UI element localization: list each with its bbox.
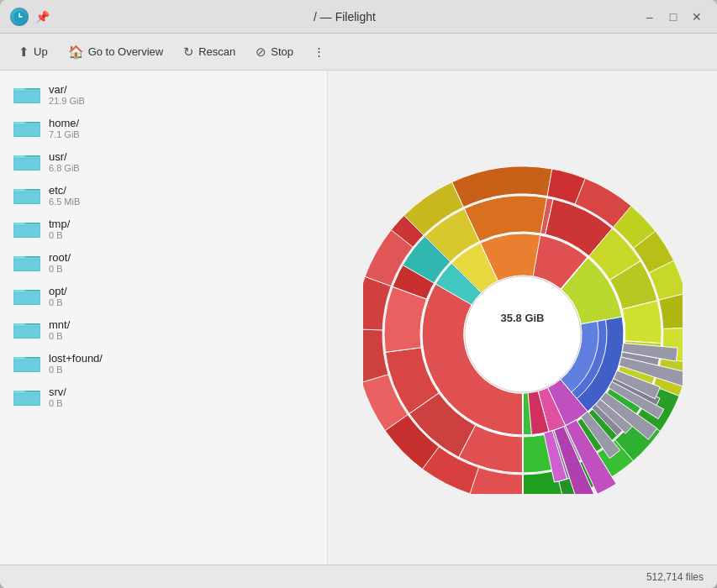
- folder-item[interactable]: srv/ 0 B: [0, 380, 327, 413]
- folder-item[interactable]: usr/ 6.8 GiB: [0, 144, 327, 178]
- folder-icon: [13, 351, 40, 375]
- folder-size: 6.8 GiB: [49, 163, 80, 173]
- stop-label: Stop: [271, 45, 293, 58]
- rescan-button[interactable]: ↻ Rescan: [175, 40, 244, 64]
- main-area: var/ 21.9 GiB home/ 7.1 GiB: [0, 71, 717, 564]
- pin-icon[interactable]: 📌: [35, 10, 50, 24]
- folder-name: srv/: [49, 386, 66, 398]
- sidebar: var/ 21.9 GiB home/ 7.1 GiB: [0, 71, 328, 564]
- folder-icon: [13, 217, 40, 240]
- more-button[interactable]: ⋮: [305, 41, 333, 62]
- folder-icon: [13, 82, 40, 106]
- svg-rect-24: [14, 260, 40, 270]
- folder-size: 0 B: [49, 331, 70, 341]
- folder-size: 0 B: [49, 230, 70, 240]
- rescan-icon: ↻: [183, 45, 194, 60]
- app-icon: [10, 8, 29, 26]
- folder-name: mnt/: [49, 318, 70, 331]
- svg-rect-4: [14, 92, 40, 102]
- folder-icon: [13, 318, 40, 341]
- folder-name: lost+found/: [49, 352, 103, 365]
- folder-icon: [13, 116, 40, 139]
- svg-rect-40: [14, 394, 40, 404]
- folder-name: root/: [49, 251, 71, 264]
- sunburst-chart: 35.8 GiB: [363, 141, 683, 494]
- up-label: Up: [34, 45, 48, 58]
- svg-rect-20: [14, 226, 40, 236]
- folder-size: 0 B: [49, 365, 103, 375]
- folder-size: 7.1 GiB: [49, 129, 80, 139]
- folder-item[interactable]: etc/ 6.5 MiB: [0, 178, 327, 212]
- folder-icon: [13, 150, 40, 173]
- svg-rect-12: [14, 159, 40, 169]
- folder-item[interactable]: tmp/ 0 B: [0, 212, 327, 245]
- folder-size: 6.5 MiB: [49, 197, 80, 207]
- folder-size: 0 B: [49, 297, 67, 307]
- stop-icon: ⊘: [256, 45, 266, 60]
- folder-name: opt/: [49, 285, 67, 297]
- status-bar: 512,714 files: [0, 564, 717, 588]
- folder-item[interactable]: var/ 21.9 GiB: [0, 77, 327, 111]
- folder-name: etc/: [49, 184, 80, 197]
- file-count: 512,714 files: [646, 571, 704, 583]
- folder-name: usr/: [49, 150, 80, 163]
- window-title: / — Filelight: [50, 10, 640, 24]
- folder-name: var/: [49, 83, 85, 96]
- rescan-label: Rescan: [198, 45, 235, 58]
- folder-item[interactable]: lost+found/ 0 B: [0, 346, 327, 380]
- title-bar-icons: 📌: [10, 8, 50, 26]
- folder-icon: [13, 250, 40, 274]
- folder-size: 0 B: [49, 264, 71, 274]
- close-button[interactable]: ✕: [687, 7, 707, 27]
- up-button[interactable]: ⬆ Up: [10, 40, 56, 64]
- svg-rect-32: [14, 327, 40, 337]
- more-icon: ⋮: [314, 45, 324, 58]
- up-icon: ⬆: [18, 45, 29, 60]
- stop-button[interactable]: ⊘ Stop: [247, 40, 302, 64]
- overview-icon: 🏠: [68, 45, 84, 60]
- folder-size: 21.9 GiB: [49, 96, 85, 106]
- folder-item[interactable]: opt/ 0 B: [0, 279, 327, 312]
- title-bar: 📌 / — Filelight – □ ✕: [0, 0, 717, 34]
- goto-overview-button[interactable]: 🏠 Go to Overview: [60, 40, 172, 64]
- minimize-button[interactable]: –: [640, 7, 660, 27]
- toolbar: ⬆ Up 🏠 Go to Overview ↻ Rescan ⊘ Stop ⋮: [0, 34, 717, 71]
- folder-icon: [13, 284, 40, 307]
- folder-item[interactable]: root/ 0 B: [0, 245, 327, 279]
- folder-name: home/: [49, 117, 80, 129]
- svg-rect-8: [14, 125, 40, 135]
- folder-name: tmp/: [49, 218, 70, 230]
- svg-rect-36: [14, 360, 40, 370]
- folder-icon: [13, 385, 40, 408]
- goto-overview-label: Go to Overview: [88, 45, 164, 58]
- svg-rect-28: [14, 293, 40, 303]
- window-controls: – □ ✕: [640, 7, 707, 27]
- chart-area: 35.8 GiB: [328, 71, 717, 564]
- folder-icon: [13, 183, 40, 207]
- folder-item[interactable]: mnt/ 0 B: [0, 312, 327, 346]
- svg-point-42: [465, 276, 581, 392]
- folder-size: 0 B: [49, 398, 66, 408]
- folder-item[interactable]: home/ 7.1 GiB: [0, 111, 327, 144]
- main-window: 📌 / — Filelight – □ ✕ ⬆ Up 🏠 Go to Overv…: [0, 0, 717, 588]
- maximize-button[interactable]: □: [663, 7, 683, 27]
- svg-rect-16: [14, 192, 40, 202]
